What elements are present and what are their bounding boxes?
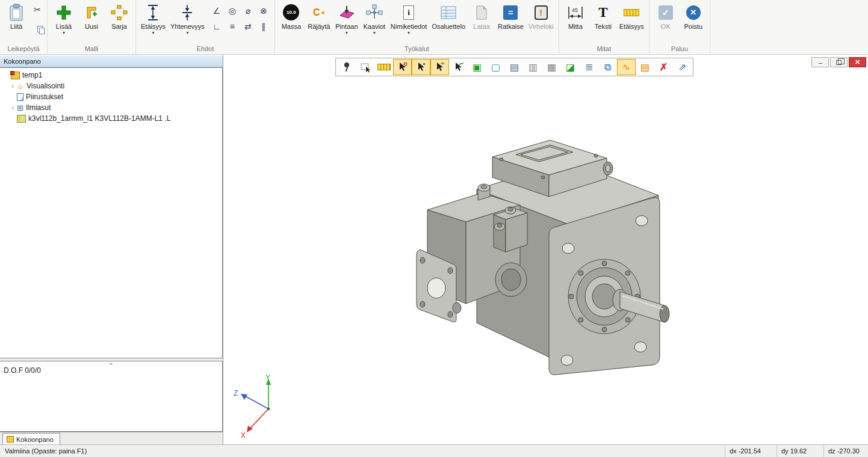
feature-list-button[interactable]: ≣ [580,59,598,75]
ruler-icon [377,64,391,70]
group-label-constraints: Ehdot [138,44,272,54]
concentric-constraint-button[interactable]: ◎ [225,4,240,18]
ok-button[interactable]: ✓ OK [652,1,680,31]
item-data-label: Nimiketiedot [391,23,427,30]
close-button[interactable]: ✕ [849,57,866,67]
to-surface-button[interactable]: Pintaan ▾ [333,1,361,35]
pick-solid-cursor-button[interactable]: ◪ [561,59,580,75]
ribbon-group-model: Lisää ▾ Uusi [48,0,136,54]
curve-button[interactable]: ∿ [617,59,636,75]
tree-item-part[interactable]: k3vl112b_1armm_l1 K3VL112B-1AMM-L1 .L [0,113,222,124]
axis-y-label: Y [265,373,270,382]
tree-item-piirustukset[interactable]: Piirustukset [0,91,222,102]
item-data-dropdown-icon: ▾ [408,31,410,35]
series-button[interactable]: Sarja [105,1,133,31]
select-body-button[interactable]: ▢ [486,59,505,75]
diagrams-button[interactable]: Kaaviot ▾ [361,1,388,35]
snap-point-button[interactable] [393,59,412,75]
coincidence-button[interactable]: Yhtenevyys ▾ [168,1,207,35]
snap-vertex-button[interactable] [412,59,430,75]
snap-edge-button[interactable] [449,59,468,75]
transfer-arrow-icon: ⇗ [678,63,686,72]
coplanar-constraint-button[interactable]: ∥ [256,19,271,34]
select-face-button[interactable]: ▤ [505,59,524,75]
snap-edge-cursor-icon [454,62,463,73]
transfer-button[interactable]: ⇗ [673,59,692,75]
collapse-chevron-icon[interactable]: ⌄ [108,360,114,366]
viewport[interactable]: ▣ ▢ ▤ ▥ ▦ ◪ ≣ ⧉ ∿ ▤ ✗ ⇗ – ✕ [224,55,868,444]
configurations-icon: ⊞ [17,104,23,112]
ok-check-icon: ✓ [659,2,673,22]
layers-button[interactable]: ⧉ [598,59,617,75]
axis-z-label: Z [234,389,238,397]
copy-button[interactable] [30,19,45,33]
plus-icon [56,2,72,22]
minimize-button[interactable]: – [811,57,829,67]
delete-button[interactable]: ✗ [654,59,673,75]
mass-button[interactable]: 10.0 Massa [277,1,305,31]
snap-face-button[interactable] [430,59,449,75]
pattern-icon [111,2,128,22]
tree-item-temp1[interactable]: temp1 [0,70,222,81]
app-window: Liitä ✂ Leikepöytä [0,0,868,457]
measure-icon: 45 [566,2,584,22]
assembly-tree[interactable]: temp1 › ☼ Visualisointi Piirustukset › ⊞… [0,67,223,358]
tree-item-ilmiasut[interactable]: › ⊞ Ilmiasut [0,102,222,113]
item-data-button[interactable]: i Nimiketiedot ▾ [388,1,430,35]
tree-item-visualisointi[interactable]: › ☼ Visualisointi [0,81,222,91]
load-button[interactable]: Lataa [468,1,495,31]
group-label-model: Malli [50,44,133,54]
distance-constraint-icon [145,2,161,22]
to-surface-dropdown-icon: ▾ [346,31,348,35]
parallel-constraint-button[interactable]: ≡ [225,19,240,34]
cut-button[interactable]: ✂ [30,2,45,17]
section-sheet-button[interactable]: ▤ [636,59,654,75]
tree-item-label: temp1 [22,71,42,79]
assembly-tab-icon [7,436,14,443]
tree-item-label: k3vl112b_1armm_l1 K3VL112B-1AMM-L1 .L [28,114,170,123]
mass-icon: 10.0 [283,2,299,22]
add-button[interactable]: Lisää ▾ [50,1,78,35]
perpendicular-constraint-button[interactable]: ∟ [209,19,224,34]
error-log-button[interactable]: ! Virheloki [526,1,556,31]
exit-icon: ✕ [686,2,701,22]
parts-list-button[interactable]: Osaluettelo [429,1,468,31]
select-solid-button[interactable]: ▣ [468,59,486,75]
measure-ruler-button[interactable] [374,59,393,75]
text-button[interactable]: T Teksti [589,1,617,31]
distance-constraint-button[interactable]: Etäisyys ▾ [138,1,168,35]
select-faceset-button[interactable]: ▥ [524,59,542,75]
select-wireframe-button[interactable]: ▦ [542,59,561,75]
restore-button[interactable] [830,57,848,67]
distance-constraint-label: Etäisyys [141,23,166,30]
align-constraint-icon: ⇄ [244,22,252,31]
solve-button[interactable]: = Ratkaise [495,1,526,31]
align-constraint-button[interactable]: ⇄ [241,19,255,34]
expand-chevron-icon[interactable]: › [8,103,17,112]
expand-chevron-icon[interactable]: › [8,82,17,90]
minimize-icon: – [818,59,822,66]
group-label-return: Paluu [652,44,707,54]
symmetry-constraint-button[interactable]: ⊗ [256,4,271,18]
ribbon-group-constraints: Etäisyys ▾ Yhtenevyys ▾ [136,0,275,54]
paste-button[interactable]: Liitä [2,1,30,31]
tab-kokoonpano[interactable]: Kokoonpano [2,433,60,445]
exit-button[interactable]: ✕ Poistu [680,1,707,31]
axis-x-label: X [241,431,246,439]
pin-button[interactable] [337,59,356,75]
select-window-button[interactable] [356,59,374,75]
window-controls: – ✕ [811,57,866,67]
new-button[interactable]: Uusi [78,1,105,31]
tangent-constraint-button[interactable]: ⌀ [241,4,255,18]
diagrams-icon [366,2,383,22]
distance-dim-button[interactable]: Etäisyys [617,1,646,31]
solve-label: Ratkaise [498,23,524,30]
measure-button[interactable]: 45 Mitta [562,1,589,31]
section-sheet-icon: ▤ [640,63,649,72]
constraint-grid: ∠ ◎ ⌀ ⊗ ∟ ≡ ⇄ ∥ [207,1,272,34]
angle-constraint-button[interactable]: ∠ [209,4,224,18]
pump-3d-model[interactable] [392,124,681,383]
restore-icon [836,60,842,65]
solid-cube-icon: ▣ [473,63,482,72]
explode-button[interactable]: C◄ Räjäytä [305,1,333,31]
